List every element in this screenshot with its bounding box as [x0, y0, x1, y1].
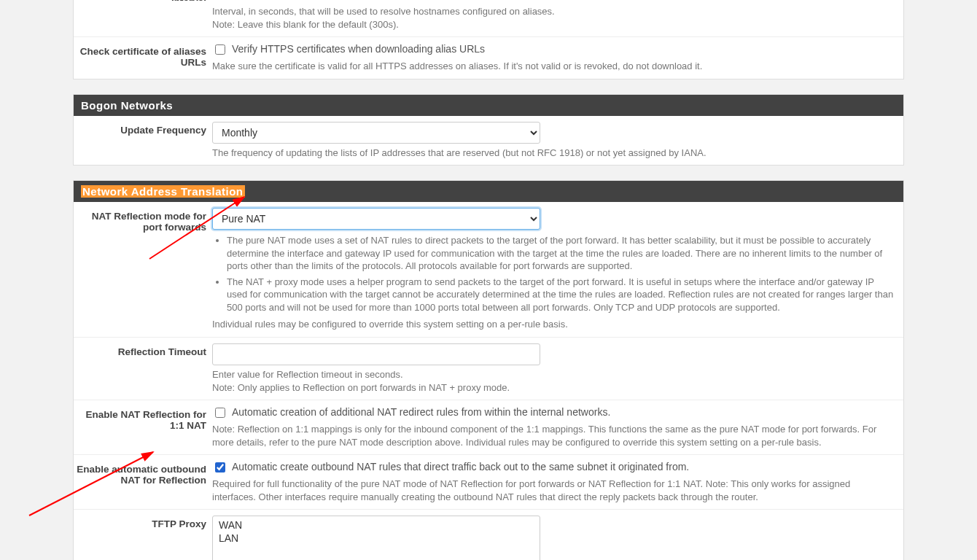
row-tftp-proxy: TFTP Proxy WAN LAN Choose the interfaces…	[74, 510, 903, 560]
bogon-panel: Bogon Networks Update Frequency Monthly …	[73, 94, 904, 166]
row-bogon-freq: Update Frequency Monthly The frequency o…	[74, 116, 903, 166]
label-aliases-cert: Check certificate of aliases URLs	[74, 43, 212, 73]
label-reflection-timeout: Reflection Timeout	[74, 343, 212, 394]
label-auto-outbound: Enable automatic outbound NAT for Reflec…	[74, 461, 212, 503]
input-reflection-timeout[interactable]	[212, 343, 540, 365]
bullet-nat-proxy: The NAT + proxy mode uses a helper progr…	[227, 276, 896, 314]
label-auto-outbound-text: Automatic create outbound NAT rules that…	[232, 461, 689, 472]
help-timeout-1: Enter value for Reflection timeout in se…	[212, 368, 896, 381]
label-aliases-interval: Interval	[74, 0, 212, 1]
help-enable-11: Note: Reflection on 1:1 mappings is only…	[212, 423, 896, 448]
label-bogon-freq: Update Frequency	[74, 122, 212, 160]
select-bogon-freq[interactable]: Monthly	[212, 122, 540, 144]
checkbox-auto-outbound[interactable]	[215, 462, 225, 472]
option-lan[interactable]: LAN	[216, 532, 537, 545]
nat-panel: Network Address Translation NAT Reflecti…	[73, 180, 904, 560]
bullet-pure-nat: The pure NAT mode uses a set of NAT rule…	[227, 234, 896, 273]
help-aliases-cert: Make sure the certificate is valid for a…	[212, 60, 896, 73]
help-bogon-freq: The frequency of updating the lists of I…	[212, 147, 896, 160]
row-auto-outbound: Enable automatic outbound NAT for Reflec…	[74, 455, 903, 510]
row-reflection-timeout: Reflection Timeout Enter value for Refle…	[74, 338, 903, 400]
label-aliases-cert-text: Verify HTTPS certificates when downloadi…	[232, 43, 485, 55]
row-nat-reflection-mode: NAT Reflection mode for port forwards Pu…	[74, 202, 903, 338]
option-wan[interactable]: WAN	[216, 518, 537, 532]
checkbox-aliases-cert-wrapper[interactable]: Verify HTTPS certificates when downloadi…	[212, 43, 896, 57]
label-nat-reflection-mode: NAT Reflection mode for port forwards	[74, 208, 212, 331]
checkbox-enable-11-wrapper[interactable]: Automatic creation of additional NAT red…	[212, 406, 896, 420]
help-interval-2: Note: Leave this blank for the default (…	[212, 18, 896, 31]
label-enable-11-nat: Enable NAT Reflection for 1:1 NAT	[74, 406, 212, 448]
heading-nat: Network Address Translation	[74, 181, 903, 202]
row-aliases-cert: Check certificate of aliases URLs Verify…	[74, 37, 903, 79]
select-nat-reflection-mode[interactable]: Pure NAT	[212, 208, 540, 230]
heading-bogon: Bogon Networks	[74, 95, 903, 116]
aliases-panel: Interval Interval, in seconds, that will…	[73, 0, 904, 79]
row-aliases-interval: Interval Interval, in seconds, that will…	[74, 0, 903, 37]
help-reflection-mode: Individual rules may be configured to ov…	[212, 318, 896, 331]
list-reflection-modes: The pure NAT mode uses a set of NAT rule…	[227, 234, 896, 314]
help-auto-outbound: Required for full functionality of the p…	[212, 478, 896, 503]
checkbox-aliases-cert[interactable]	[215, 44, 225, 55]
checkbox-auto-outbound-wrapper[interactable]: Automatic create outbound NAT rules that…	[212, 461, 896, 475]
help-timeout-2: Note: Only applies to Reflection on port…	[212, 381, 896, 394]
checkbox-enable-11[interactable]	[215, 408, 225, 418]
label-enable-11-text: Automatic creation of additional NAT red…	[232, 406, 610, 418]
help-interval-1: Interval, in seconds, that will be used …	[212, 5, 896, 18]
row-enable-11-nat: Enable NAT Reflection for 1:1 NAT Automa…	[74, 400, 903, 455]
label-tftp-proxy: TFTP Proxy	[74, 516, 212, 560]
heading-nat-text: Network Address Translation	[81, 185, 245, 198]
select-tftp-proxy[interactable]: WAN LAN	[212, 516, 540, 560]
